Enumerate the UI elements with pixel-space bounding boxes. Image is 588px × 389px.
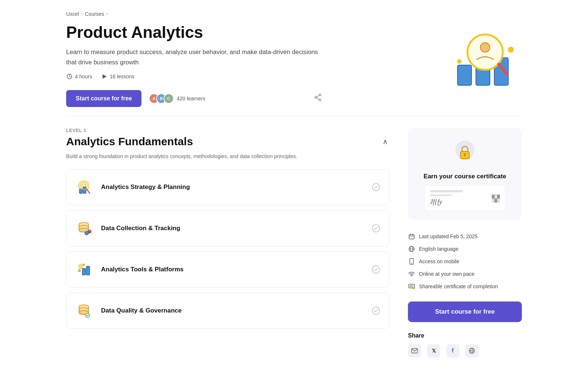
cert-sig: Jf{fy <box>430 198 463 206</box>
breadcrumb-uxcel[interactable]: Uxcel <box>66 11 79 17</box>
subtitle: Learn to measure product success, analyz… <box>66 47 323 67</box>
collapse-button[interactable]: ∧ <box>381 136 390 147</box>
breadcrumb: Uxcel › Courses › <box>66 11 522 17</box>
svg-point-14 <box>508 47 514 53</box>
share-facebook-button[interactable]: f <box>446 344 459 357</box>
share-title: Share <box>408 332 522 339</box>
globe-icon <box>408 245 415 253</box>
level-label: LEVEL 1 <box>66 128 390 133</box>
svg-point-2 <box>319 94 321 96</box>
info-item-date: Last updated Feb 5, 2025 <box>408 230 522 243</box>
svg-point-3 <box>315 97 317 99</box>
learners-row: A B C 420 learners <box>149 93 205 104</box>
check-icon-1 <box>372 183 380 192</box>
breadcrumb-courses[interactable]: Courses <box>85 11 104 17</box>
start-course-button-sidebar[interactable]: Start course for free <box>408 301 522 322</box>
lessons-label: 16 lessons <box>110 74 135 79</box>
svg-point-32 <box>78 270 80 272</box>
hours-label: 4 hours <box>75 74 92 79</box>
lessons-meta: 16 lessons <box>101 73 135 80</box>
lesson-card-2[interactable]: Data Collection & Tracking <box>66 210 390 246</box>
lesson-icon-2 <box>75 219 94 238</box>
header-section: Product Analytics Learn to measure produ… <box>66 24 522 107</box>
header-left: Product Analytics Learn to measure produ… <box>66 24 323 107</box>
share-section: Share 𝕏 f <box>408 332 522 357</box>
check-icon-2 <box>372 224 380 233</box>
lesson-title-3: Analytics Tools & Platforms <box>101 266 365 273</box>
svg-rect-29 <box>86 266 90 275</box>
svg-rect-16 <box>79 189 82 193</box>
check-icon-4 <box>372 306 380 315</box>
lesson-icon-1 <box>75 178 94 197</box>
info-date-text: Last updated Feb 5, 2025 <box>419 233 478 239</box>
info-pace-text: Online at your own pace <box>419 271 474 277</box>
cert-preview: Jf{fy ▓▒▓ ▒▓▒ <box>424 185 505 211</box>
svg-rect-7 <box>458 65 472 85</box>
svg-line-18 <box>87 189 90 193</box>
cert-logo: ▓▒▓ ▒▓▒ <box>492 194 500 202</box>
start-course-button-header[interactable]: Start course for free <box>66 90 141 107</box>
svg-point-30 <box>79 264 83 268</box>
info-mobile-text: Access on mobile <box>419 258 459 264</box>
info-language-text: English language <box>419 246 458 252</box>
main-content: LEVEL 1 Analytics Fundamentals ∧ Build a… <box>66 128 522 357</box>
share-email-button[interactable] <box>408 344 421 357</box>
svg-point-58 <box>412 287 415 289</box>
cta-row: Start course for free A B C 420 learners <box>66 90 323 107</box>
share-link-button[interactable] <box>465 344 478 357</box>
avatar-3: C <box>164 93 174 104</box>
svg-point-13 <box>457 59 462 64</box>
svg-point-4 <box>319 99 321 101</box>
page-title: Product Analytics <box>66 24 323 41</box>
lesson-icon-4 <box>75 301 94 320</box>
play-icon <box>101 73 108 80</box>
lock-icon <box>454 140 476 167</box>
info-item-mobile: Access on mobile <box>408 255 522 268</box>
svg-rect-17 <box>83 187 86 193</box>
wifi-icon <box>408 270 415 278</box>
certificate-icon <box>408 283 415 290</box>
lesson-card-1[interactable]: Analytics Strategy & Planning <box>66 169 390 205</box>
svg-point-11 <box>480 43 490 52</box>
share-icons: 𝕏 f <box>408 344 522 357</box>
hours-meta: 4 hours <box>66 73 92 80</box>
hero-illustration <box>448 24 522 93</box>
info-cert-text: Shareable certificate of completion <box>419 283 498 289</box>
lesson-title-2: Data Collection & Tracking <box>101 225 365 232</box>
calendar-icon <box>408 233 415 240</box>
lesson-title-1: Analytics Strategy & Planning <box>101 183 365 191</box>
learners-count: 420 learners <box>177 96 205 101</box>
right-sidebar: Earn your course certificate Jf{fy ▓▒▓ ▒… <box>408 128 522 357</box>
share-button-header[interactable] <box>312 92 323 105</box>
cert-line-2 <box>430 194 452 196</box>
info-item-cert: Shareable certificate of completion <box>408 280 522 293</box>
section-description: Build a strong foundation in product ana… <box>66 152 390 160</box>
share-x-button[interactable]: 𝕏 <box>427 344 440 357</box>
lesson-icon-3 <box>75 260 94 279</box>
lesson-card-4[interactable]: Data Quality & Governance <box>66 293 390 329</box>
info-item-pace: Online at your own pace <box>408 268 522 280</box>
info-list: Last updated Feb 5, 2025 English languag… <box>408 230 522 293</box>
cert-title: Earn your course certificate <box>424 173 506 180</box>
svg-marker-1 <box>103 74 107 79</box>
meta-row: 4 hours 16 lessons <box>66 73 323 80</box>
left-content: LEVEL 1 Analytics Fundamentals ∧ Build a… <box>66 128 390 334</box>
svg-line-6 <box>316 98 319 100</box>
svg-rect-45 <box>409 235 414 239</box>
certificate-card: Earn your course certificate Jf{fy ▓▒▓ ▒… <box>408 128 522 220</box>
divider <box>66 116 522 116</box>
svg-point-54 <box>411 276 412 276</box>
svg-line-5 <box>316 95 319 97</box>
svg-rect-59 <box>412 349 417 353</box>
section-title-text: Analytics Fundamentals <box>66 135 193 148</box>
cert-line-1 <box>430 190 463 192</box>
info-item-language: English language <box>408 243 522 255</box>
mobile-icon <box>408 258 415 265</box>
svg-point-33 <box>83 264 85 266</box>
lesson-card-3[interactable]: Analytics Tools & Platforms <box>66 251 390 288</box>
check-icon-3 <box>372 265 380 274</box>
section-title: Analytics Fundamentals ∧ <box>66 135 390 148</box>
clock-icon <box>66 73 73 80</box>
svg-point-26 <box>88 230 91 233</box>
svg-rect-44 <box>465 155 466 157</box>
